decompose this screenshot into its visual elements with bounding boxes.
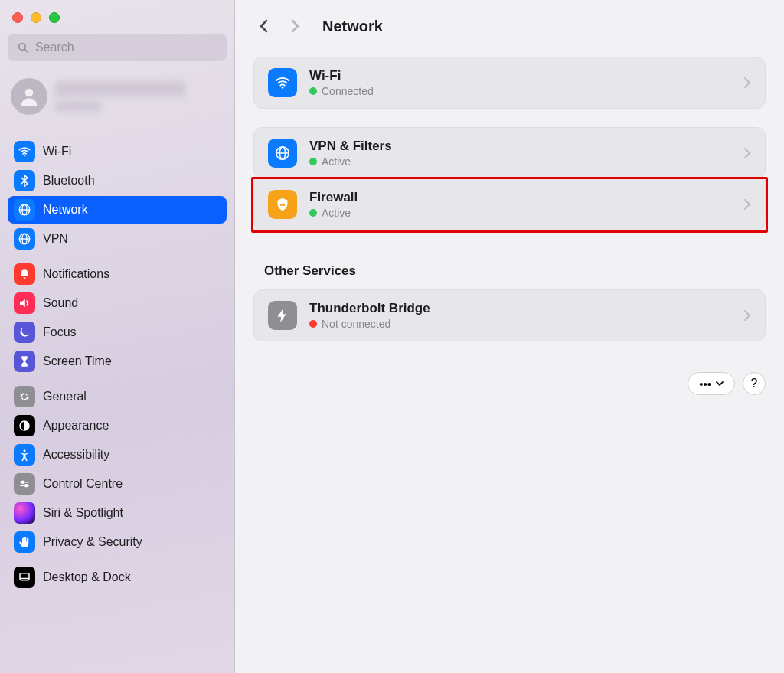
sidebar-item-label: Accessibility [43, 448, 109, 462]
row-wifi[interactable]: Wi-Fi Connected [254, 57, 765, 108]
svg-point-3 [24, 155, 25, 156]
help-button[interactable]: ? [743, 372, 766, 395]
svg-point-11 [24, 449, 26, 452]
sidebar-item-sound[interactable]: Sound [8, 289, 227, 317]
wifi-icon [268, 68, 297, 97]
forward-button [284, 15, 305, 37]
svg-rect-16 [20, 573, 29, 580]
row-group-vpn: VPN & Filters Active [253, 127, 766, 179]
sidebar-item-label: Siri & Spotlight [43, 506, 123, 520]
gear-icon [14, 386, 35, 407]
svg-line-1 [24, 49, 28, 52]
close-window-button[interactable] [12, 12, 23, 23]
minimize-window-button[interactable] [31, 12, 41, 23]
bell-icon [14, 263, 35, 285]
sidebar-item-control-centre[interactable]: Control Centre [8, 470, 227, 498]
sidebar-item-network[interactable]: Network [8, 196, 227, 224]
status-dot-green [309, 209, 317, 217]
sidebar-item-label: Privacy & Security [43, 535, 142, 549]
shield-icon [268, 190, 297, 219]
sidebar-item-accessibility[interactable]: Accessibility [8, 441, 227, 469]
sidebar-item-notifications[interactable]: Notifications [8, 260, 227, 288]
sidebar-item-screen-time[interactable]: Screen Time [8, 348, 227, 375]
sidebar-item-label: Bluetooth [43, 174, 95, 188]
row-text: Thunderbolt Bridge Not connected [309, 301, 731, 330]
globe-icon [268, 139, 297, 168]
sidebar-item-general[interactable]: General [8, 383, 227, 410]
row-group-firewall: Firewall Active [253, 179, 766, 230]
sidebar-item-label: Network [43, 203, 88, 217]
vpn-globe-icon [14, 228, 35, 250]
row-vpn-filters[interactable]: VPN & Filters Active [254, 128, 765, 178]
wifi-icon [14, 141, 35, 162]
sidebar-group-system: General Appearance Accessibility Control… [8, 375, 227, 556]
sidebar-item-vpn[interactable]: VPN [8, 225, 227, 253]
chevron-right-icon [743, 198, 751, 211]
row-thunderbolt-bridge[interactable]: Thunderbolt Bridge Not connected [254, 290, 765, 341]
bluetooth-icon [14, 170, 35, 191]
sidebar-item-siri-spotlight[interactable]: Siri & Spotlight [8, 499, 227, 527]
sidebar-group-attention: Notifications Sound Focus Screen Time [8, 253, 227, 375]
sidebar-item-bluetooth[interactable]: Bluetooth [8, 167, 227, 194]
row-status: Connected [322, 85, 374, 97]
sidebar-item-label: VPN [43, 232, 68, 246]
chevron-down-icon [716, 381, 724, 387]
globe-icon [14, 199, 35, 221]
page-title: Network [322, 18, 383, 35]
svg-point-2 [25, 89, 34, 97]
row-text: Wi-Fi Connected [309, 68, 731, 97]
search-field[interactable] [8, 34, 227, 61]
hourglass-icon [14, 351, 35, 372]
user-name [55, 81, 185, 112]
row-group-other: Thunderbolt Bridge Not connected [253, 289, 766, 341]
more-actions-button[interactable]: ••• [688, 372, 735, 395]
row-firewall[interactable]: Firewall Active [254, 179, 765, 230]
annotation-highlight: Firewall Active [251, 177, 768, 233]
sliders-icon [14, 473, 35, 495]
moon-icon [14, 322, 35, 343]
row-title: Firewall [309, 190, 731, 205]
dock-icon [14, 567, 35, 588]
sidebar-item-label: Notifications [43, 267, 109, 281]
sidebar-item-label: Screen Time [43, 354, 112, 368]
back-button[interactable] [253, 15, 275, 37]
row-title: VPN & Filters [309, 139, 731, 154]
sidebar-item-label: Focus [43, 325, 77, 339]
zoom-window-button[interactable] [49, 12, 60, 23]
sidebar-item-label: Control Centre [43, 477, 122, 491]
hand-icon [14, 531, 35, 553]
svg-point-13 [21, 481, 24, 483]
sidebar-item-focus[interactable]: Focus [8, 319, 227, 346]
section-title-other-services: Other Services [264, 263, 766, 279]
siri-icon [14, 502, 35, 524]
speaker-icon [14, 292, 35, 314]
sidebar-item-desktop-dock[interactable]: Desktop & Dock [8, 564, 227, 591]
row-title: Thunderbolt Bridge [309, 301, 731, 316]
window-controls [8, 9, 227, 34]
row-text: Firewall Active [309, 190, 731, 219]
row-status: Not connected [322, 318, 390, 330]
status-dot-red [309, 320, 317, 328]
chevron-right-icon [743, 77, 751, 89]
status-dot-green [309, 158, 317, 165]
sidebar-item-wifi[interactable]: Wi-Fi [8, 138, 227, 165]
chevron-left-icon [259, 18, 270, 34]
accessibility-icon [14, 444, 35, 466]
avatar [11, 78, 47, 115]
search-input[interactable] [35, 41, 217, 54]
chevron-right-icon [289, 18, 300, 34]
svg-point-0 [19, 44, 26, 51]
row-group-main: Wi-Fi Connected [253, 57, 766, 109]
row-status: Active [322, 155, 351, 168]
sidebar-group-desktop: Desktop & Dock [8, 556, 227, 591]
sidebar-item-appearance[interactable]: Appearance [8, 412, 227, 439]
sidebar-item-privacy-security[interactable]: Privacy & Security [8, 528, 227, 556]
sidebar-item-label: Sound [43, 296, 78, 310]
row-status: Active [322, 207, 351, 219]
svg-point-15 [25, 485, 28, 487]
footer: ••• ? [253, 372, 766, 395]
sidebar-item-label: Desktop & Dock [43, 570, 131, 584]
sidebar-item-label: General [43, 390, 87, 403]
apple-id-row[interactable] [8, 75, 227, 130]
sidebar: Wi-Fi Bluetooth Network VPN Notificat [0, 0, 235, 673]
